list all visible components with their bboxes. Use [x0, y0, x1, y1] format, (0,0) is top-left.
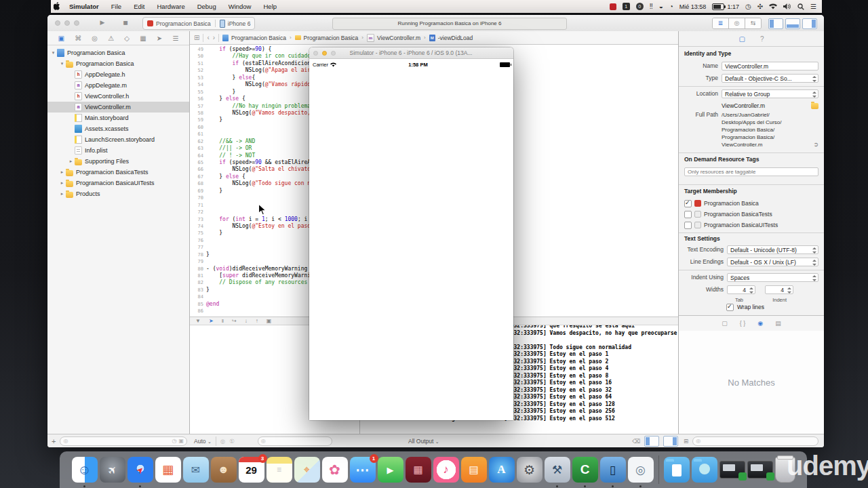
- breadcrumb-item[interactable]: Programacion Basica: [295, 35, 359, 41]
- project-navigator-tab[interactable]: ▣: [58, 35, 64, 42]
- simulator-title-bar[interactable]: Simulator - iPhone 6 - iPhone 6 / iOS 9.…: [309, 47, 513, 59]
- file-template-library-tab[interactable]: ▢: [722, 320, 728, 327]
- file-row-viewcontroller-h[interactable]: hViewController.h: [47, 91, 189, 102]
- reveal-in-finder-arrow[interactable]: ➲: [813, 141, 818, 148]
- dock-photos[interactable]: ✿: [322, 457, 348, 483]
- recording-indicator[interactable]: [610, 3, 616, 10]
- dock-finder[interactable]: ☺: [72, 457, 98, 483]
- file-row-programacion-basicatests[interactable]: ▸Programacion BasicaTests: [47, 167, 189, 178]
- file-row-main-storyboard[interactable]: Main.storyboard: [47, 113, 189, 123]
- target-membership-row[interactable]: Programacion BasicaUITests: [679, 220, 824, 230]
- menu-hardware[interactable]: Hardware: [151, 3, 191, 10]
- target-checkbox[interactable]: [684, 211, 692, 218]
- symbol-navigator-tab[interactable]: ⌘: [75, 35, 81, 42]
- library-grid-toggle[interactable]: ⊞: [684, 438, 688, 445]
- reveal-folder-icon[interactable]: [811, 103, 818, 109]
- file-row-programacion-basica[interactable]: ▾Programacion Basica: [47, 58, 189, 69]
- menu-simulator[interactable]: Simulator: [63, 3, 105, 10]
- file-row-launchscreen-storyboard[interactable]: LaunchScreen.storyboard: [47, 134, 189, 145]
- disclosure-triangle[interactable]: ▸: [68, 159, 74, 164]
- library-filter-field[interactable]: ◎: [692, 436, 818, 446]
- time-machine[interactable]: ◷: [745, 3, 751, 10]
- pause-execution-button[interactable]: ‖: [222, 318, 224, 324]
- file-inspector-tab[interactable]: ▢: [738, 35, 745, 43]
- report-navigator-tab[interactable]: ☰: [172, 35, 178, 42]
- go-back-button[interactable]: ‹: [207, 34, 209, 41]
- globe-status[interactable]: 0: [636, 3, 644, 10]
- dock-launchpad[interactable]: ✈: [100, 457, 125, 483]
- navigator-filter-field[interactable]: ◎◷▣: [60, 436, 187, 446]
- file-row-viewcontroller-m[interactable]: mViewController.m: [47, 102, 189, 113]
- volume[interactable]: [783, 3, 791, 9]
- file-row-info-plist[interactable]: Info.plist: [47, 145, 189, 156]
- step-into-button[interactable]: ↓: [245, 318, 248, 324]
- test-navigator-tab[interactable]: ◇: [124, 35, 130, 42]
- dock-facetime[interactable]: ▶: [378, 457, 403, 483]
- disclosure-triangle[interactable]: ▸: [59, 169, 65, 175]
- code-snippet-library-tab[interactable]: { }: [740, 320, 746, 327]
- file-row-supporting-files[interactable]: ▸Supporting Files: [47, 156, 189, 167]
- dock-folder-documents[interactable]: [664, 457, 690, 483]
- scheme-selector[interactable]: Programacion Basica iPhone 6: [142, 17, 255, 30]
- dock-preview[interactable]: ◎: [628, 457, 654, 483]
- location-popup[interactable]: Relative to Group: [722, 89, 818, 98]
- simulator-screen[interactable]: [309, 70, 513, 420]
- dock-app-store[interactable]: A: [489, 457, 515, 483]
- disclosure-triangle[interactable]: ▸: [59, 180, 65, 186]
- step-over-button[interactable]: ↪: [232, 318, 237, 324]
- breakpoint-navigator-tab[interactable]: ➤: [157, 35, 162, 42]
- dock-calendar[interactable]: 293: [239, 457, 264, 483]
- dock-minimized-window-1[interactable]: [719, 461, 745, 479]
- clear-console-button[interactable]: ⌫: [632, 438, 640, 445]
- issue-navigator-tab[interactable]: ⚠: [108, 35, 114, 42]
- indent-width-stepper[interactable]: 4: [765, 285, 793, 294]
- wrap-lines-checkbox[interactable]: [726, 304, 734, 311]
- notification-center[interactable]: ☰: [810, 3, 816, 10]
- file-row-appdelegate-h[interactable]: hAppDelegate.h: [47, 69, 189, 80]
- media-library-tab[interactable]: ▤: [775, 320, 781, 327]
- input-source[interactable]: ✣: [757, 3, 763, 10]
- target-checkbox[interactable]: [684, 222, 692, 229]
- quick-help-inspector-tab[interactable]: ?: [760, 35, 764, 43]
- dock-app-grid[interactable]: ▦: [155, 457, 181, 483]
- dock-maps[interactable]: ⌖: [294, 457, 320, 483]
- variables-filter-field[interactable]: ◎: [258, 436, 332, 446]
- show-info-icon[interactable]: ①: [229, 438, 235, 445]
- show-only-variables-icon[interactable]: ◎: [220, 438, 225, 445]
- debug-view-hierarchy-button[interactable]: ▣: [267, 318, 272, 324]
- apple-menu-icon[interactable]: [51, 2, 63, 12]
- related-items-icon[interactable]: ⊞: [194, 34, 199, 41]
- gauge-status[interactable]: ◔: [669, 3, 673, 10]
- hat-status[interactable]: ◒: [659, 3, 663, 10]
- breadcrumb-item[interactable]: mViewController.m: [367, 34, 420, 42]
- odr-tags-input[interactable]: [684, 167, 818, 176]
- target-membership-row[interactable]: Programacion BasicaTests: [679, 209, 824, 220]
- step-out-button[interactable]: ↑: [256, 318, 258, 324]
- file-row-assets-xcassets[interactable]: Assets.xcassets: [47, 123, 189, 134]
- tab-width-stepper[interactable]: 4: [727, 285, 755, 294]
- dock-camtasia[interactable]: C: [572, 457, 598, 483]
- file-row-programacion-basicauitests[interactable]: ▸Programacion BasicaUITests: [47, 178, 189, 188]
- breakpoints-toggle-button[interactable]: ➤: [209, 318, 214, 324]
- spotlight[interactable]: [797, 3, 804, 10]
- file-row-products[interactable]: ▸Products: [47, 188, 189, 199]
- file-name-field[interactable]: ViewController.m: [722, 62, 818, 70]
- toggle-navigator-button[interactable]: [768, 18, 783, 29]
- dock-folder-downloads[interactable]: [692, 457, 717, 483]
- dock-messages[interactable]: ⋯1: [350, 457, 376, 483]
- file-type-popup[interactable]: Default - Objective-C So...: [722, 74, 818, 83]
- show-variables-pane-button[interactable]: [644, 436, 659, 447]
- breadcrumb-item[interactable]: Programacion Basica: [222, 35, 286, 41]
- search-navigator-tab[interactable]: ◎: [92, 35, 98, 42]
- debug-navigator-tab[interactable]: ▦: [140, 35, 146, 42]
- show-console-pane-button[interactable]: [663, 436, 678, 447]
- dock-minimized-window-2[interactable]: [747, 461, 773, 479]
- file-row-programacion-basica[interactable]: ▾Programacion Basica: [47, 47, 189, 58]
- stop-button[interactable]: ◼: [117, 17, 134, 28]
- indent-using-popup[interactable]: Spaces: [727, 273, 818, 282]
- dock-system-preferences[interactable]: ⚙: [517, 457, 542, 483]
- disclosure-triangle[interactable]: ▾: [50, 50, 56, 56]
- sim-close-button[interactable]: [313, 51, 318, 56]
- sim-minimize-button[interactable]: [322, 51, 327, 56]
- run-button[interactable]: ▶: [94, 17, 111, 28]
